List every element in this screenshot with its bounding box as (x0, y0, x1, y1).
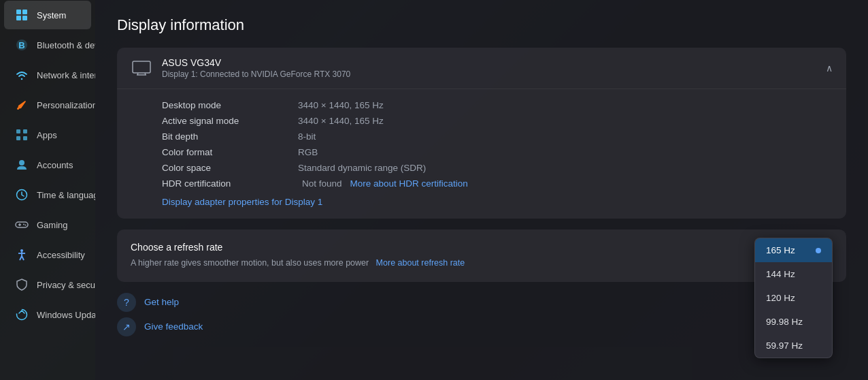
svg-point-11 (19, 160, 24, 165)
svg-rect-10 (23, 136, 27, 140)
give-feedback-link[interactable]: ↗ Give feedback (117, 317, 846, 336)
main-content: Display information ASUS VG34V Display 1… (95, 0, 868, 380)
adapter-link-row: Display adapter properties for Display 1 (162, 194, 833, 208)
bluetooth-icon: B (15, 38, 29, 52)
accounts-label: Accounts (37, 160, 73, 170)
system-label: System (37, 10, 66, 20)
refresh-desc-text: A higher rate gives smoother motion, but… (131, 258, 369, 268)
color-space-label: Color space (162, 163, 298, 173)
sidebar-item-gaming[interactable]: Gaming (4, 210, 91, 239)
svg-rect-3 (22, 16, 27, 20)
privacy-label: Privacy & security (37, 280, 95, 290)
dropdown-item-144hz[interactable]: 144 Hz (755, 262, 832, 286)
dropdown-item-120hz[interactable]: 120 Hz (755, 286, 832, 310)
chevron-up-icon: ∧ (826, 63, 833, 74)
dropdown-item-165hz[interactable]: 165 Hz (755, 238, 832, 262)
apps-icon (15, 128, 29, 142)
bit-depth-value: 8-bit (298, 131, 316, 142)
time-icon (15, 188, 29, 202)
desktop-mode-value: 3440 × 1440, 165 Hz (298, 100, 384, 110)
bottom-links: ? Get help ↗ Give feedback (117, 293, 846, 336)
sidebar-item-privacy[interactable]: Privacy & security (4, 270, 91, 299)
hdr-not-found: Not found (302, 178, 342, 189)
monitor-subtitle: Display 1: Connected to NVIDIA GeForce R… (162, 69, 816, 79)
accessibility-label: Accessibility (37, 250, 85, 260)
update-icon (15, 308, 29, 321)
color-format-row: Color format RGB (162, 147, 833, 157)
svg-point-17 (25, 225, 27, 226)
bit-depth-row: Bit depth 8-bit (162, 131, 833, 142)
accessibility-icon (15, 248, 29, 262)
adapter-properties-link[interactable]: Display adapter properties for Display 1 (162, 197, 322, 207)
svg-text:B: B (18, 40, 24, 50)
active-signal-label: Active signal mode (162, 116, 298, 126)
monitor-icon (131, 57, 152, 79)
time-label: Time & language (37, 190, 95, 200)
refresh-rate-description: A higher rate gives smoother motion, but… (131, 257, 833, 270)
svg-rect-24 (133, 61, 150, 73)
active-signal-value: 3440 × 1440, 165 Hz (298, 116, 384, 126)
network-icon (15, 68, 29, 82)
monitor-card-text: ASUS VG34V Display 1: Connected to NVIDI… (162, 57, 816, 79)
hdr-cert-row: HDR certification Not found More about H… (162, 178, 833, 189)
sidebar-item-accounts[interactable]: Accounts (4, 151, 91, 179)
color-format-label: Color format (162, 147, 298, 157)
sidebar-item-bluetooth[interactable]: BBluetooth & devices (4, 31, 91, 59)
hdr-cert-label: HDR certification (162, 178, 298, 189)
get-help-icon: ? (117, 293, 136, 312)
monitor-card-header[interactable]: ASUS VG34V Display 1: Connected to NVIDI… (117, 48, 846, 89)
sidebar-item-personalization[interactable]: Personalization (4, 91, 91, 119)
svg-point-6 (17, 108, 19, 110)
active-signal-row: Active signal mode 3440 × 1440, 165 Hz (162, 116, 833, 126)
monitor-name: ASUS VG34V (162, 57, 816, 68)
gaming-icon (15, 218, 29, 232)
gaming-label: Gaming (37, 220, 68, 230)
dropdown-item-5997hz[interactable]: 59.97 Hz (755, 334, 832, 358)
more-about-refresh-link[interactable]: More about refresh rate (376, 258, 465, 268)
bit-depth-label: Bit depth (162, 131, 298, 142)
svg-rect-0 (16, 10, 21, 14)
svg-line-22 (22, 256, 24, 260)
personalization-icon (15, 98, 29, 112)
desktop-mode-label: Desktop mode (162, 100, 298, 110)
update-label: Windows Update (37, 310, 95, 320)
sidebar-item-system[interactable]: System (4, 1, 91, 29)
svg-rect-8 (23, 129, 27, 133)
svg-rect-9 (16, 136, 20, 140)
svg-rect-2 (16, 16, 21, 20)
give-feedback-label: Give feedback (144, 321, 203, 332)
hdr-cert-link[interactable]: More about HDR certification (350, 178, 468, 189)
monitor-card: ASUS VG34V Display 1: Connected to NVIDI… (117, 48, 846, 219)
get-help-label: Get help (144, 297, 179, 307)
svg-rect-7 (16, 129, 20, 133)
personalization-label: Personalization (37, 100, 95, 110)
monitor-info-table: Desktop mode 3440 × 1440, 165 Hz Active … (117, 89, 846, 219)
sidebar-item-network[interactable]: Network & internet (4, 61, 91, 89)
page-title: Display information (117, 16, 846, 34)
color-space-value: Standard dynamic range (SDR) (298, 163, 426, 173)
sidebar-item-time[interactable]: Time & language (4, 180, 91, 209)
bluetooth-label: Bluetooth & devices (37, 40, 95, 50)
give-feedback-icon: ↗ (117, 317, 136, 336)
refresh-rate-dropdown[interactable]: 165 Hz 144 Hz 120 Hz 99.98 Hz 59.97 Hz (754, 238, 833, 358)
refresh-rate-title: Choose a refresh rate (131, 242, 833, 253)
get-help-link[interactable]: ? Get help (117, 293, 846, 312)
apps-label: Apps (37, 130, 57, 140)
color-format-value: RGB (298, 147, 318, 157)
privacy-icon (15, 278, 29, 291)
refresh-rate-card: Choose a refresh rate A higher rate give… (117, 229, 846, 282)
accounts-icon (15, 158, 29, 172)
sidebar-item-update[interactable]: Windows Update (4, 300, 91, 329)
svg-rect-1 (22, 10, 27, 14)
system-icon (15, 8, 29, 22)
color-space-row: Color space Standard dynamic range (SDR) (162, 163, 833, 173)
sidebar: SystemBBluetooth & devicesNetwork & inte… (0, 0, 95, 380)
svg-point-18 (20, 249, 23, 252)
svg-point-16 (23, 224, 24, 225)
sidebar-item-apps[interactable]: Apps (4, 121, 91, 149)
dropdown-item-9998hz[interactable]: 99.98 Hz (755, 310, 832, 334)
sidebar-item-accessibility[interactable]: Accessibility (4, 240, 91, 269)
network-label: Network & internet (37, 70, 95, 80)
desktop-mode-row: Desktop mode 3440 × 1440, 165 Hz (162, 100, 833, 110)
